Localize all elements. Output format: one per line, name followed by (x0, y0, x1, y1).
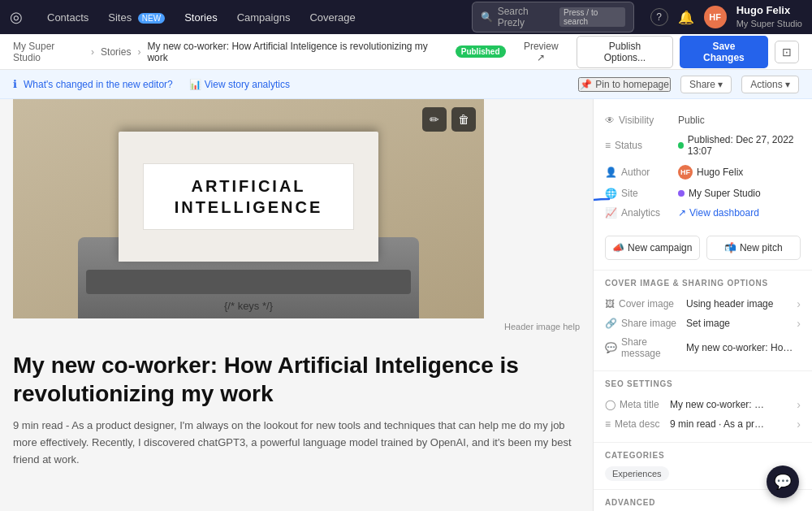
status-row: ≡ Status Published: Dec 27, 2022 13:07 (605, 130, 801, 161)
pin-to-homepage-button[interactable]: 📌 Pin to homepage (578, 77, 671, 92)
help-icon[interactable]: ? (650, 8, 668, 26)
notifications-icon[interactable]: 🔔 (678, 10, 694, 25)
visibility-row: 👁 Visibility Public (605, 110, 801, 130)
external-link-icon: ↗ (678, 207, 686, 219)
visibility-label: 👁 Visibility (605, 115, 678, 126)
actions-button[interactable]: Actions ▾ (741, 76, 799, 93)
preview-button[interactable]: Preview ↗ (512, 37, 570, 67)
story-header-image: ARTIFICIAL INTELLIGENCE {/* keys */} ✏ 🗑 (13, 99, 484, 318)
share-image-chevron: › (797, 317, 801, 330)
share-image-label: 🔗 Share image (605, 318, 686, 329)
content-area: ARTIFICIAL INTELLIGENCE {/* keys */} ✏ 🗑 (0, 99, 593, 511)
campaign-icon: 📣 (612, 242, 624, 253)
story-body: My new co-worker: How Artificial Intelig… (0, 338, 593, 484)
site-row: 🌐 Site My Super Studio (605, 184, 801, 203)
share-button[interactable]: Share ▾ (680, 76, 732, 93)
story-excerpt[interactable]: 9 min read - As a product designer, I'm … (13, 418, 580, 468)
breadcrumb-stories[interactable]: Stories (101, 46, 131, 58)
share-image-row[interactable]: 🔗 Share image Set image › (605, 314, 801, 333)
user-name: Hugo Felix (736, 4, 802, 18)
author-label: 👤 Author (605, 167, 678, 178)
user-info: Hugo Felix My Super Studio (736, 4, 802, 29)
status-label: ≡ Status (605, 140, 678, 151)
nav-links: Contacts Sites NEW Stories Campaigns Cov… (39, 8, 364, 27)
story-image-text-line2: INTELLIGENCE (157, 197, 340, 218)
category-tag[interactable]: Experiences (605, 466, 669, 481)
avatar[interactable]: HF (704, 6, 727, 28)
new-pitch-button[interactable]: 📬 New pitch (706, 236, 801, 260)
publish-options-button[interactable]: Publish Options... (577, 36, 673, 68)
sites-new-badge: NEW (138, 13, 165, 24)
nav-coverage[interactable]: Coverage (301, 8, 363, 27)
seo-section-title: SEO SETTINGS (605, 379, 801, 388)
view-analytics-link[interactable]: 📊 View story analytics (189, 79, 290, 90)
new-campaign-button[interactable]: 📣 New campaign (605, 236, 700, 260)
right-sidebar: 👁 Visibility Public ≡ Status Published: … (593, 99, 812, 511)
seo-section: SEO SETTINGS ◯ Meta title My new co-work… (594, 371, 812, 443)
nav-stories[interactable]: Stories (176, 8, 225, 27)
cover-image-section-title: COVER IMAGE & SHARING OPTIONS (605, 279, 801, 288)
cover-image-section: COVER IMAGE & SHARING OPTIONS 🖼 Cover im… (594, 271, 812, 371)
author-icon: 👤 (605, 167, 617, 178)
search-icon: 🔍 (481, 11, 493, 23)
pin-icon: 📌 (580, 79, 592, 90)
share-image-value: Set image (686, 318, 797, 329)
nav-sites[interactable]: Sites NEW (100, 8, 173, 27)
search-placeholder: Search Prezly (498, 6, 555, 28)
analytics-row: 📈 Analytics ↗ View dashboard (605, 203, 801, 223)
sidebar-meta: 👁 Visibility Public ≡ Status Published: … (594, 99, 812, 229)
share-message-value: My new co-worker: Ho… (686, 342, 801, 353)
categories-section-title: CATEGORIES (605, 451, 801, 460)
new-editor-link[interactable]: What's changed in the new editor? (24, 79, 173, 90)
pitch-icon: 📬 (724, 242, 736, 253)
meta-desc-chevron: › (797, 418, 801, 431)
site-label: 🌐 Site (605, 188, 678, 199)
breadcrumb-studio[interactable]: My Super Studio (13, 41, 84, 63)
meta-desc-label: ≡ Meta desc (605, 418, 670, 430)
site-value: My Super Studio (678, 188, 761, 199)
author-avatar: HF (678, 165, 693, 180)
share-message-row[interactable]: 💬 Share message My new co-worker: Ho… (605, 333, 801, 362)
delete-image-button[interactable]: 🗑 (451, 107, 476, 132)
analytics-label: 📈 Analytics (605, 207, 678, 219)
meta-desc-row[interactable]: ≡ Meta desc 9 min read · As a produ… › (605, 414, 801, 434)
global-search[interactable]: 🔍 Search Prezly Press / to search (472, 2, 634, 32)
main-layout: ARTIFICIAL INTELLIGENCE {/* keys */} ✏ 🗑 (0, 99, 812, 511)
published-badge: Published (456, 45, 506, 58)
story-title[interactable]: My new co-worker: How Artificial Intelig… (13, 351, 580, 408)
layout-toggle-button[interactable]: ⊡ (775, 41, 799, 63)
story-image-text-line1: ARTIFICIAL (157, 175, 340, 197)
share-image-icon: 🔗 (605, 318, 617, 329)
nav-contacts[interactable]: Contacts (39, 8, 97, 27)
chat-button[interactable]: 💬 (767, 466, 799, 498)
status-dot (678, 142, 684, 149)
save-changes-button[interactable]: Save Changes (680, 36, 768, 68)
meta-title-label: ◯ Meta title (605, 399, 670, 410)
story-image-container: ARTIFICIAL INTELLIGENCE {/* keys */} ✏ 🗑 (13, 99, 580, 338)
author-value: HF Hugo Felix (678, 165, 743, 180)
cover-image-chevron: › (797, 297, 801, 310)
breadcrumb-bar: My Super Studio › Stories › My new co-wo… (0, 34, 812, 70)
meta-title-icon: ◯ (605, 399, 615, 410)
breadcrumb-sep-1: › (91, 46, 94, 58)
breadcrumb-current-story: My new co-worker: How Artificial Intelig… (147, 41, 448, 63)
edit-image-button[interactable]: ✏ (422, 107, 447, 132)
cover-image-row[interactable]: 🖼 Cover image Using header image › (605, 294, 801, 314)
nav-campaigns[interactable]: Campaigns (229, 8, 299, 27)
meta-desc-icon: ≡ (605, 418, 611, 430)
image-help-text[interactable]: Header image help (13, 318, 580, 338)
cover-image-icon: 🖼 (605, 298, 615, 310)
site-icon: 🌐 (605, 188, 617, 199)
app-logo[interactable]: ◎ (10, 8, 23, 26)
meta-desc-value: 9 min read · As a produ… (670, 418, 767, 430)
search-shortcut: Press / to search (559, 7, 625, 27)
user-studio: My Super Studio (736, 18, 802, 29)
visibility-value: Public (678, 115, 705, 126)
image-toolbar: ✏ 🗑 (422, 107, 476, 132)
author-row: 👤 Author HF Hugo Felix (605, 161, 801, 184)
breadcrumb-sep-2: › (137, 46, 140, 58)
cover-image-value: Using header image (686, 298, 797, 310)
view-dashboard-link[interactable]: ↗ View dashboard (678, 207, 759, 219)
advanced-title: ADVANCED (605, 498, 801, 507)
meta-title-row[interactable]: ◯ Meta title My new co-worker: Ho… › (605, 395, 801, 414)
